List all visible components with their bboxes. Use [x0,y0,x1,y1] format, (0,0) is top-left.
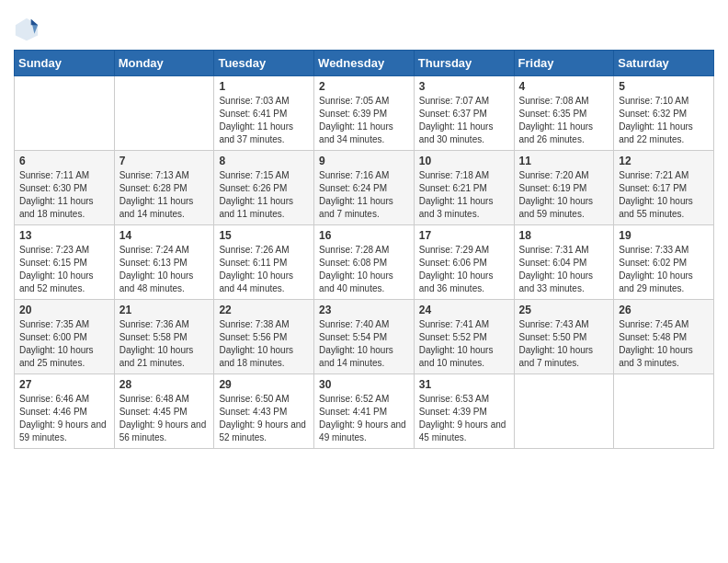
day-info: Sunrise: 7:31 AM Sunset: 6:04 PM Dayligh… [519,244,609,295]
day-info: Sunrise: 7:33 AM Sunset: 6:02 PM Dayligh… [619,244,709,295]
day-info: Sunrise: 7:24 AM Sunset: 6:13 PM Dayligh… [119,244,210,295]
day-cell: 29Sunrise: 6:50 AM Sunset: 4:43 PM Dayli… [214,374,314,449]
day-cell: 21Sunrise: 7:36 AM Sunset: 5:58 PM Dayli… [114,300,214,374]
day-cell: 7Sunrise: 7:13 AM Sunset: 6:28 PM Daylig… [114,151,214,225]
header-cell-tuesday: Tuesday [214,51,314,76]
day-cell: 30Sunrise: 6:52 AM Sunset: 4:41 PM Dayli… [314,374,415,449]
day-cell: 9Sunrise: 7:16 AM Sunset: 6:24 PM Daylig… [314,151,415,225]
day-number: 20 [19,304,109,316]
svg-marker-2 [31,19,38,26]
day-cell: 10Sunrise: 7:18 AM Sunset: 6:21 PM Dayli… [414,151,514,225]
day-number: 13 [19,229,109,242]
header-cell-thursday: Thursday [414,51,514,76]
day-info: Sunrise: 7:20 AM Sunset: 6:19 PM Dayligh… [519,169,609,221]
day-info: Sunrise: 7:10 AM Sunset: 6:32 PM Dayligh… [619,95,709,146]
calendar-header: SundayMondayTuesdayWednesdayThursdayFrid… [15,51,714,76]
day-number: 22 [219,304,309,316]
week-row-3: 13Sunrise: 7:23 AM Sunset: 6:15 PM Dayli… [15,225,714,300]
header [14,9,714,42]
day-cell: 19Sunrise: 7:33 AM Sunset: 6:02 PM Dayli… [614,225,714,300]
header-row: SundayMondayTuesdayWednesdayThursdayFrid… [15,51,714,76]
day-info: Sunrise: 7:23 AM Sunset: 6:15 PM Dayligh… [19,244,109,295]
day-number: 16 [319,229,409,242]
day-cell: 14Sunrise: 7:24 AM Sunset: 6:13 PM Dayli… [114,225,214,300]
day-number: 12 [619,155,709,167]
day-number: 9 [319,155,409,167]
day-cell: 22Sunrise: 7:38 AM Sunset: 5:56 PM Dayli… [214,300,314,374]
day-number: 21 [119,304,210,316]
day-cell: 26Sunrise: 7:45 AM Sunset: 5:48 PM Dayli… [614,300,714,374]
header-cell-saturday: Saturday [614,51,714,76]
day-info: Sunrise: 6:52 AM Sunset: 4:41 PM Dayligh… [319,393,409,444]
day-cell: 27Sunrise: 6:46 AM Sunset: 4:46 PM Dayli… [15,374,115,449]
day-info: Sunrise: 7:15 AM Sunset: 6:26 PM Dayligh… [219,169,309,221]
day-cell: 15Sunrise: 7:26 AM Sunset: 6:11 PM Dayli… [214,225,314,300]
day-cell: 13Sunrise: 7:23 AM Sunset: 6:15 PM Dayli… [15,225,115,300]
day-number: 1 [219,80,309,93]
day-cell: 8Sunrise: 7:15 AM Sunset: 6:26 PM Daylig… [214,151,314,225]
day-number: 18 [519,229,609,242]
day-info: Sunrise: 7:03 AM Sunset: 6:41 PM Dayligh… [219,95,309,146]
day-cell [514,374,614,449]
day-info: Sunrise: 7:43 AM Sunset: 5:50 PM Dayligh… [519,318,609,370]
day-number: 19 [619,229,709,242]
day-number: 31 [419,378,509,391]
day-info: Sunrise: 7:13 AM Sunset: 6:28 PM Dayligh… [119,169,210,221]
logo [14,17,43,42]
day-cell: 28Sunrise: 6:48 AM Sunset: 4:45 PM Dayli… [114,374,214,449]
day-number: 17 [419,229,509,242]
day-info: Sunrise: 6:53 AM Sunset: 4:39 PM Dayligh… [419,393,509,444]
day-info: Sunrise: 7:08 AM Sunset: 6:35 PM Dayligh… [519,95,609,146]
day-number: 25 [519,304,609,316]
day-cell: 16Sunrise: 7:28 AM Sunset: 6:08 PM Dayli… [314,225,415,300]
day-cell: 11Sunrise: 7:20 AM Sunset: 6:19 PM Dayli… [514,151,614,225]
calendar-body: 1Sunrise: 7:03 AM Sunset: 6:41 PM Daylig… [15,76,714,449]
day-number: 28 [119,378,210,391]
week-row-1: 1Sunrise: 7:03 AM Sunset: 6:41 PM Daylig… [15,76,714,151]
day-cell: 23Sunrise: 7:40 AM Sunset: 5:54 PM Dayli… [314,300,415,374]
day-number: 23 [319,304,409,316]
day-number: 29 [219,378,309,391]
day-number: 11 [519,155,609,167]
logo-icon [14,17,40,42]
header-cell-sunday: Sunday [15,51,115,76]
day-info: Sunrise: 7:05 AM Sunset: 6:39 PM Dayligh… [319,95,409,146]
day-info: Sunrise: 6:50 AM Sunset: 4:43 PM Dayligh… [219,393,309,444]
day-info: Sunrise: 7:40 AM Sunset: 5:54 PM Dayligh… [319,318,409,370]
day-info: Sunrise: 7:38 AM Sunset: 5:56 PM Dayligh… [219,318,309,370]
day-info: Sunrise: 7:29 AM Sunset: 6:06 PM Dayligh… [419,244,509,295]
day-info: Sunrise: 7:41 AM Sunset: 5:52 PM Dayligh… [419,318,509,370]
day-cell [114,76,214,151]
day-number: 7 [119,155,210,167]
day-cell: 18Sunrise: 7:31 AM Sunset: 6:04 PM Dayli… [514,225,614,300]
day-cell: 6Sunrise: 7:11 AM Sunset: 6:30 PM Daylig… [15,151,115,225]
day-info: Sunrise: 7:36 AM Sunset: 5:58 PM Dayligh… [119,318,210,370]
day-info: Sunrise: 7:07 AM Sunset: 6:37 PM Dayligh… [419,95,509,146]
day-cell: 31Sunrise: 6:53 AM Sunset: 4:39 PM Dayli… [414,374,514,449]
day-number: 14 [119,229,210,242]
day-info: Sunrise: 6:48 AM Sunset: 4:45 PM Dayligh… [119,393,210,444]
day-number: 4 [519,80,609,93]
day-info: Sunrise: 7:11 AM Sunset: 6:30 PM Dayligh… [19,169,109,221]
day-number: 24 [419,304,509,316]
day-number: 27 [19,378,109,391]
day-cell: 3Sunrise: 7:07 AM Sunset: 6:37 PM Daylig… [414,76,514,151]
day-info: Sunrise: 7:26 AM Sunset: 6:11 PM Dayligh… [219,244,309,295]
week-row-5: 27Sunrise: 6:46 AM Sunset: 4:46 PM Dayli… [15,374,714,449]
day-info: Sunrise: 7:35 AM Sunset: 6:00 PM Dayligh… [19,318,109,370]
day-number: 3 [419,80,509,93]
day-cell: 1Sunrise: 7:03 AM Sunset: 6:41 PM Daylig… [214,76,314,151]
day-number: 8 [219,155,309,167]
day-cell [614,374,714,449]
day-info: Sunrise: 7:16 AM Sunset: 6:24 PM Dayligh… [319,169,409,221]
day-cell: 20Sunrise: 7:35 AM Sunset: 6:00 PM Dayli… [15,300,115,374]
day-cell: 2Sunrise: 7:05 AM Sunset: 6:39 PM Daylig… [314,76,415,151]
day-info: Sunrise: 7:18 AM Sunset: 6:21 PM Dayligh… [419,169,509,221]
header-cell-monday: Monday [114,51,214,76]
week-row-2: 6Sunrise: 7:11 AM Sunset: 6:30 PM Daylig… [15,151,714,225]
day-number: 30 [319,378,409,391]
day-number: 2 [319,80,409,93]
day-cell: 17Sunrise: 7:29 AM Sunset: 6:06 PM Dayli… [414,225,514,300]
day-info: Sunrise: 7:28 AM Sunset: 6:08 PM Dayligh… [319,244,409,295]
header-cell-wednesday: Wednesday [314,51,415,76]
